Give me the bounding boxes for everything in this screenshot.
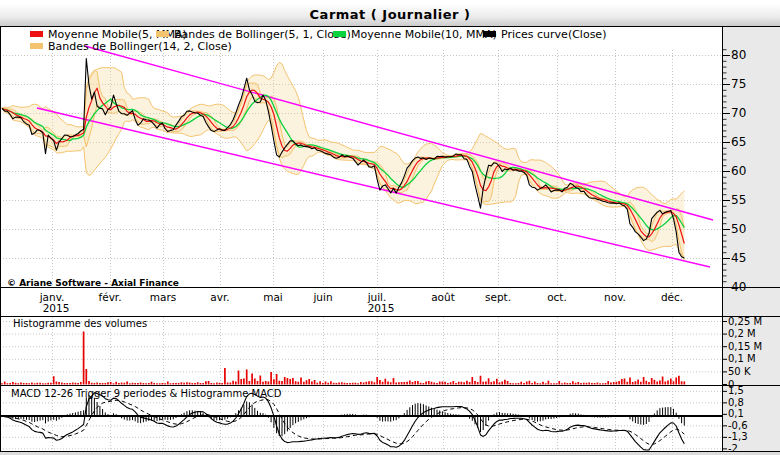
bollinger14-band-fill — [2, 62, 684, 260]
volume-bars — [2, 332, 684, 385]
price-pane[interactable] — [2, 46, 713, 267]
volume-pane[interactable] — [2, 332, 684, 385]
chart-window: Carmat ( Journalier ) Moyenne Mobile(5, … — [0, 0, 780, 455]
price-chart-canvas[interactable] — [0, 0, 780, 455]
macd-trigger-line — [2, 400, 684, 445]
macd-pane[interactable] — [2, 393, 684, 450]
macd-line — [2, 393, 684, 450]
